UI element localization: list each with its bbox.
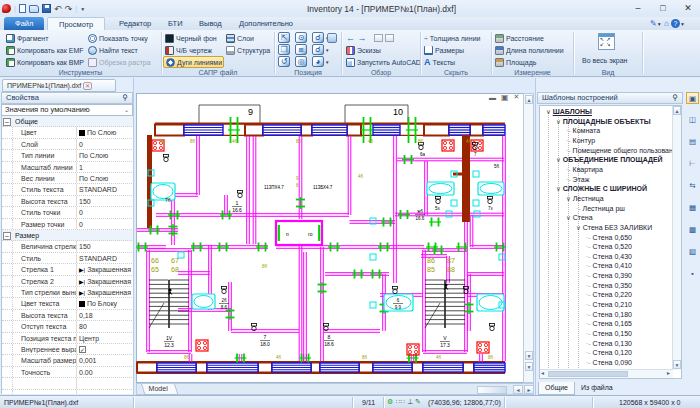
svg-text:16.6: 16.6: [416, 216, 425, 221]
svg-text:7: 7: [264, 334, 267, 340]
svg-text:8б: 8б: [296, 139, 302, 144]
svg-text:7б: 7б: [165, 197, 171, 203]
svg-text:85: 85: [427, 265, 435, 274]
svg-text:1V: 1V: [166, 335, 173, 341]
svg-text:8б: 8б: [184, 355, 190, 360]
svg-text:16.6: 16.6: [232, 207, 242, 213]
svg-text:4б: 4б: [358, 174, 364, 179]
svg-text:V: V: [443, 335, 447, 341]
svg-text:8б: 8б: [190, 139, 196, 144]
svg-text:88: 88: [447, 265, 455, 274]
svg-text:4б: 4б: [368, 139, 374, 144]
svg-text:86: 86: [427, 256, 435, 265]
svg-text:7з: 7з: [488, 206, 493, 211]
svg-text:8б: 8б: [488, 355, 494, 360]
svg-text:5б: 5б: [494, 164, 500, 169]
svg-text:5з: 5з: [435, 206, 440, 211]
svg-text:87: 87: [447, 256, 455, 265]
svg-text:8б: 8б: [418, 139, 424, 144]
svg-text:1: 1: [236, 200, 239, 206]
svg-text:66: 66: [151, 256, 159, 265]
svg-text:8: 8: [296, 183, 299, 188]
svg-text:12.3: 12.3: [164, 342, 174, 348]
svg-text:113БХ4.7: 113БХ4.7: [313, 185, 333, 190]
svg-text:4б: 4б: [436, 355, 442, 360]
svg-text:18.6: 18.6: [324, 341, 334, 347]
svg-text:18.0: 18.0: [260, 341, 270, 347]
svg-text:8б: 8б: [362, 355, 368, 360]
svg-text:6а: 6а: [420, 152, 426, 157]
svg-text:9.9: 9.9: [395, 305, 402, 310]
svg-text:17.3: 17.3: [440, 342, 450, 348]
svg-text:10: 10: [393, 107, 403, 117]
svg-text:4б: 4б: [160, 139, 166, 144]
svg-text:9: 9: [296, 176, 299, 181]
svg-text:7: 7: [474, 152, 477, 157]
svg-text:113ПХ4.7: 113ПХ4.7: [264, 185, 284, 190]
svg-text:8.6: 8.6: [221, 305, 228, 310]
svg-text:4б: 4б: [276, 355, 282, 360]
svg-text:8б: 8б: [262, 264, 268, 269]
svg-text:п: п: [286, 231, 289, 237]
svg-text:4б: 4б: [232, 139, 238, 144]
svg-text:65: 65: [151, 265, 159, 274]
svg-text:2б: 2б: [221, 298, 227, 303]
svg-text:8: 8: [328, 334, 331, 340]
svg-text:го: го: [308, 231, 313, 237]
svg-text:жб: жб: [417, 209, 423, 214]
svg-text:4б: 4б: [466, 139, 472, 144]
svg-text:68: 68: [171, 265, 179, 274]
svg-text:9: 9: [248, 107, 253, 117]
